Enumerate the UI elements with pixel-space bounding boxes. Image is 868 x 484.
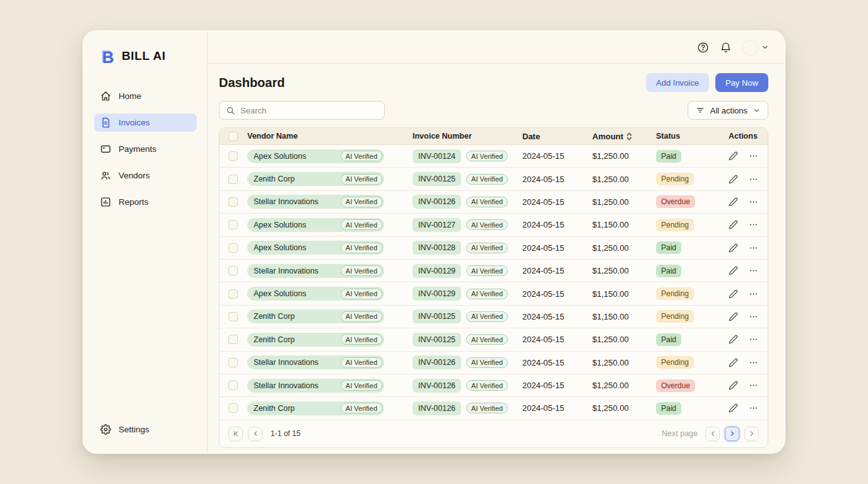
invoice-date: 2024-05-15	[522, 312, 592, 321]
ai-verified-badge: AI Verified	[466, 380, 508, 391]
select-all-checkbox[interactable]	[228, 132, 238, 141]
more-actions-icon[interactable]	[749, 220, 758, 229]
edit-icon[interactable]	[729, 266, 738, 275]
invoice-amount: $1,250.00	[592, 243, 656, 253]
edit-icon[interactable]	[729, 151, 738, 161]
help-icon[interactable]	[697, 42, 709, 54]
pay-now-button[interactable]: Pay Now	[715, 73, 768, 92]
invoice-amount: $1,150.00	[592, 312, 656, 321]
add-invoice-button[interactable]: Add Invoice	[646, 73, 709, 92]
ai-verified-badge: AI Verified	[341, 219, 382, 230]
row-checkbox[interactable]	[228, 335, 238, 344]
more-actions-icon[interactable]	[749, 197, 758, 207]
sidebar-item-payments[interactable]: Payments	[94, 140, 197, 158]
previous-page-button[interactable]	[248, 427, 262, 441]
ai-verified-badge: AI Verified	[466, 334, 508, 345]
brand-logo: B B BILL AI	[94, 48, 197, 64]
amount-header-label: Amount	[592, 132, 623, 141]
invoice-amount: $1,250.00	[592, 175, 656, 184]
sidebar-item-home[interactable]: Home	[94, 87, 197, 105]
edit-icon[interactable]	[729, 197, 738, 207]
more-actions-icon[interactable]	[749, 335, 758, 344]
people-icon	[100, 170, 111, 181]
edit-icon[interactable]	[729, 175, 738, 184]
table-row: Stellar Innovations AI Verified INV-0012…	[220, 260, 768, 282]
column-header-status: Status	[656, 132, 729, 141]
sidebar-item-vendors[interactable]: Vendors	[94, 166, 197, 185]
more-actions-icon[interactable]	[749, 175, 758, 184]
edit-icon[interactable]	[729, 243, 738, 253]
row-checkbox[interactable]	[228, 151, 238, 161]
vendor-pill: Stellar Innovations AI Verified	[247, 195, 384, 209]
sidebar-item-label: Reports	[119, 197, 148, 207]
invoice-number: INV-00129	[413, 264, 461, 278]
ai-verified-badge: AI Verified	[341, 243, 382, 253]
ai-verified-badge: AI Verified	[341, 151, 382, 161]
column-header-actions: Actions	[729, 132, 768, 141]
status-badge: Paid	[656, 265, 681, 277]
vendor-pill: Apex Solutions AI Verified	[247, 149, 384, 163]
invoice-date: 2024-05-15	[522, 335, 592, 344]
invoice-number: INV-00127	[413, 218, 461, 232]
brand-name: BILL AI	[122, 49, 166, 63]
more-actions-icon[interactable]	[749, 358, 758, 367]
sidebar-item-invoices[interactable]: Invoices	[94, 113, 197, 132]
edit-icon[interactable]	[729, 358, 738, 367]
row-checkbox[interactable]	[228, 289, 238, 299]
sidebar-item-settings[interactable]: Settings	[94, 420, 197, 439]
table-header: Vendor Name Invoice Number Date Amount S…	[220, 128, 768, 145]
more-actions-icon[interactable]	[749, 403, 758, 413]
vendor-name: Stellar Innovations	[254, 197, 319, 206]
search-box[interactable]	[219, 101, 385, 120]
row-checkbox[interactable]	[228, 312, 238, 321]
ai-verified-badge: AI Verified	[466, 403, 508, 413]
row-checkbox[interactable]	[228, 197, 238, 207]
edit-icon[interactable]	[729, 381, 738, 390]
row-checkbox[interactable]	[228, 175, 238, 184]
next-page-button[interactable]	[725, 427, 739, 441]
svg-text:B: B	[102, 48, 114, 64]
edit-icon[interactable]	[729, 220, 738, 229]
edit-icon[interactable]	[729, 335, 738, 344]
user-menu[interactable]	[742, 40, 769, 55]
vendor-pill: Zenith Corp AI Verified	[247, 172, 384, 186]
more-actions-icon[interactable]	[749, 381, 758, 390]
more-actions-icon[interactable]	[749, 243, 758, 253]
vendor-name: Apex Solutions	[254, 243, 306, 252]
card-icon	[100, 144, 111, 154]
all-actions-dropdown[interactable]: All actions	[688, 101, 768, 120]
first-page-button[interactable]	[228, 427, 243, 441]
ai-verified-badge: AI Verified	[466, 311, 508, 322]
vendor-name: Zenith Corp	[254, 335, 295, 344]
column-header-vendor: Vendor Name	[247, 132, 413, 141]
vendor-name: Stellar Innovations	[254, 381, 319, 390]
more-actions-icon[interactable]	[749, 266, 758, 275]
search-input[interactable]	[240, 106, 378, 115]
ai-verified-badge: AI Verified	[466, 289, 508, 299]
row-checkbox[interactable]	[228, 220, 238, 229]
filter-icon	[696, 106, 705, 115]
vendor-pill: Apex Solutions AI Verified	[247, 241, 384, 255]
last-page-button[interactable]	[744, 427, 759, 441]
avatar[interactable]	[742, 40, 758, 55]
row-checkbox[interactable]	[228, 266, 238, 275]
edit-icon[interactable]	[729, 312, 738, 321]
row-checkbox[interactable]	[228, 358, 238, 367]
edit-icon[interactable]	[729, 289, 738, 299]
edit-icon[interactable]	[729, 403, 738, 413]
column-header-invoice: Invoice Number	[413, 132, 522, 141]
row-checkbox[interactable]	[228, 381, 238, 390]
ai-verified-badge: AI Verified	[341, 357, 382, 368]
previous-page-button[interactable]	[705, 427, 720, 441]
vendor-pill: Stellar Innovations AI Verified	[247, 264, 384, 278]
sidebar-item-reports[interactable]: Reports	[94, 193, 197, 211]
invoice-date: 2024-05-15	[522, 220, 592, 229]
more-actions-icon[interactable]	[749, 151, 758, 161]
more-actions-icon[interactable]	[749, 289, 758, 299]
ai-verified-badge: AI Verified	[466, 174, 508, 185]
more-actions-icon[interactable]	[749, 312, 758, 321]
row-checkbox[interactable]	[228, 243, 238, 253]
row-checkbox[interactable]	[228, 403, 238, 413]
bell-icon[interactable]	[720, 42, 732, 54]
sort-icon[interactable]	[626, 132, 632, 141]
